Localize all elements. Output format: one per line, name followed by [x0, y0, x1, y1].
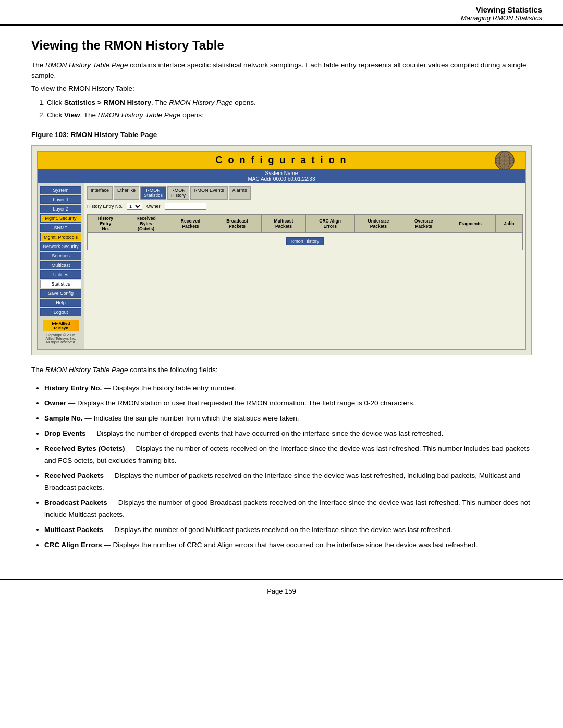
header-subtitle: Managing RMON Statistics — [461, 14, 542, 22]
header-title: Viewing Statistics — [461, 5, 542, 14]
screenshot-container: C o n f i g u r a t i o n System Name MA… — [31, 145, 532, 355]
sidebar-item-mgmt-security[interactable]: Mgmt. Security — [40, 214, 81, 223]
th-undersize: UndersizePackets — [354, 215, 402, 233]
tab-rmon-statistics[interactable]: RMONStatistics — [140, 186, 166, 200]
step2-italic: RMON History Table Page — [98, 111, 181, 119]
page-heading: Viewing the RMON History Table — [31, 38, 532, 53]
owner-input[interactable] — [165, 203, 206, 210]
field-received-bytes: Received Bytes (Octets) — Displays the n… — [44, 443, 532, 467]
sidebar-item-logout[interactable]: Logout — [40, 308, 81, 316]
sidebar-item-statistics[interactable]: Statistics — [40, 280, 81, 288]
field-history-entry-no: History Entry No. — Displays the history… — [44, 382, 532, 394]
sidebar-item-help[interactable]: Help — [40, 299, 81, 307]
allied-telesyn-logo: ▶▶ Allied Telesyn — [43, 320, 79, 331]
mac-addr-label: MAC Addr — [248, 176, 272, 182]
config-body: System Layer 1 Layer 2 Mgmt. Security SN… — [38, 183, 525, 349]
field-drop-events: Drop Events — Displays the number of dro… — [44, 428, 532, 440]
owner-label: Owner — [146, 204, 161, 209]
sidebar-item-layer2[interactable]: Layer 2 — [40, 205, 81, 213]
th-broadcast-packets: BroadcastPackets — [213, 215, 262, 233]
mac-addr-value: 00:00:b0:01:22:33 — [273, 176, 315, 182]
tab-rmon-events[interactable]: RMON Events — [190, 186, 228, 200]
sidebar: System Layer 1 Layer 2 Mgmt. Security SN… — [38, 183, 84, 349]
th-received-bytes: ReceivedBytes(Octets) — [124, 215, 168, 233]
sidebar-item-layer1[interactable]: Layer 1 — [40, 195, 81, 204]
globe-icon — [494, 150, 515, 171]
system-info: System Name MAC Addr 00:00:b0:01:22:33 — [38, 169, 525, 183]
th-fragments: Fragments — [445, 215, 496, 233]
header-right: Viewing Statistics Managing RMON Statist… — [461, 5, 542, 22]
th-jabbers: Jabb — [496, 215, 523, 233]
th-received-packets: ReceivedPackets — [168, 215, 213, 233]
figure-caption: Figure 103: RMON History Table Page — [31, 131, 532, 141]
italic-rmon-table: RMON History Table Page — [45, 61, 128, 69]
config-header: C o n f i g u r a t i o n — [38, 152, 525, 169]
sidebar-item-snmp[interactable]: SNMP — [40, 224, 81, 232]
page-number: Page 159 — [267, 587, 296, 595]
sidebar-item-services[interactable]: Services — [40, 252, 81, 260]
sidebar-item-utilities[interactable]: Utilities — [40, 270, 81, 279]
th-oversize: OversizePackets — [402, 215, 445, 233]
nav-tabs: Interface Etherlike RMONStatistics RMONH… — [87, 186, 523, 200]
step-2: Click View. The RMON History Table Page … — [47, 109, 532, 121]
tab-alarms[interactable]: Alarms — [229, 186, 251, 200]
step2-bold: View — [64, 111, 80, 119]
main-panel: Interface Etherlike RMONStatistics RMONH… — [84, 183, 525, 349]
th-history-entry: HistoryEntryNo. — [88, 215, 124, 233]
sidebar-logo: ▶▶ Allied Telesyn Copyright © 2005Allied… — [40, 317, 81, 347]
table-row-empty: Rmon History — [88, 233, 523, 250]
field-owner: Owner — Displays the RMON station or use… — [44, 398, 532, 410]
rmon-table: HistoryEntryNo. ReceivedBytes(Octets) Re… — [87, 214, 523, 250]
main-content: Viewing the RMON History Table The RMON … — [0, 28, 563, 574]
system-name-label: System Name — [265, 170, 298, 176]
sidebar-item-mgmt-protocols[interactable]: Mgmt. Protocols — [40, 233, 81, 241]
step1-italic: RMON History Page — [169, 98, 232, 106]
rmon-table-page-italic: RMON History Table Page — [45, 366, 128, 374]
history-entry-row: History Entry No. 1 Owner — [87, 203, 523, 210]
tab-rmon-history[interactable]: RMONHistory — [167, 186, 189, 200]
config-panel: C o n f i g u r a t i o n System Name MA… — [37, 151, 526, 350]
tab-etherlike[interactable]: Etherlike — [114, 186, 139, 200]
th-multicast-packets: MulticastPackets — [262, 215, 305, 233]
steps-list: Click Statistics > RMON History. The RMO… — [47, 96, 532, 122]
sidebar-item-save-config[interactable]: Save Config — [40, 289, 81, 298]
th-crc-align: CRC AlignErrors — [305, 215, 354, 233]
steps-intro: To view the RMON History Table: — [31, 84, 532, 92]
sidebar-item-system[interactable]: System — [40, 186, 81, 194]
page-header: Viewing Statistics Managing RMON Statist… — [0, 0, 563, 26]
config-title: C o n f i g u r a t i o n — [216, 155, 348, 165]
field-broadcast-packets: Broadcast Packets — Displays the number … — [44, 497, 532, 521]
field-list: History Entry No. — Displays the history… — [44, 382, 532, 551]
field-sample-no: Sample No. — Indicates the sample number… — [44, 413, 532, 425]
field-multicast-packets: Multicast Packets — Displays the number … — [44, 524, 532, 536]
history-entry-select[interactable]: 1 — [127, 203, 142, 210]
step-1: Click Statistics > RMON History. The RMO… — [47, 96, 532, 109]
rmon-history-button[interactable]: Rmon History — [286, 237, 324, 245]
sidebar-item-network-security[interactable]: Network Security — [40, 242, 81, 251]
tab-interface[interactable]: Interface — [87, 186, 113, 200]
intro-text-1: The RMON History Table Page contains int… — [31, 60, 532, 81]
field-crc-align-errors: CRC Align Errors — Displays the number o… — [44, 539, 532, 551]
page-footer: Page 159 — [0, 579, 563, 602]
field-received-packets: Received Packets — Displays the number o… — [44, 470, 532, 494]
step1-bold: Statistics > RMON History — [64, 98, 151, 106]
description-intro: The RMON History Table Page contains the… — [31, 365, 532, 375]
history-entry-label: History Entry No. — [87, 204, 123, 209]
sidebar-item-multicast[interactable]: Multicast — [40, 261, 81, 269]
sidebar-copyright: Copyright © 2005Allied Telesyn, Inc.All … — [43, 333, 79, 344]
